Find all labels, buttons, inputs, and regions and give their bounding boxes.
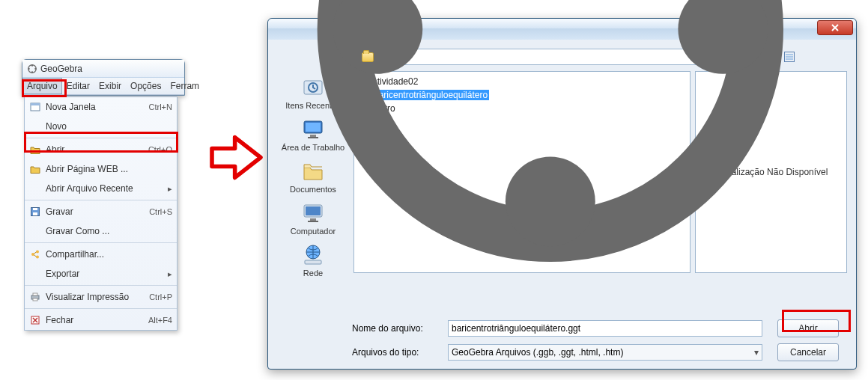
menu-item-gravar-como[interactable]: Gravar Como ... xyxy=(25,221,177,241)
svg-rect-8 xyxy=(33,212,37,215)
open-dialog: Abrir Ver em: aula-07 ▾ Itens RecentesÁr… xyxy=(267,18,857,370)
svg-rect-14 xyxy=(33,293,37,295)
filename-label: Nome do arquivo: xyxy=(352,323,442,334)
svg-point-4 xyxy=(31,71,33,73)
svg-point-1 xyxy=(28,67,29,69)
menu-item-abrir-arquivo-recente[interactable]: Abrir Arquivo Recente▸ xyxy=(25,179,177,198)
menu-arquivo[interactable]: Arquivo xyxy=(22,78,62,94)
menu-item-exportar[interactable]: Exportar▸ xyxy=(25,264,177,284)
geogebra-icon xyxy=(27,64,37,74)
share-icon xyxy=(29,248,41,260)
menu-item-label: Abrir Arquivo Recente xyxy=(46,183,163,194)
menu-item-shortcut: ▸ xyxy=(168,184,172,194)
arquivo-dropdown: Nova JanelaCtrl+NNovoAbrir ...Ctrl+OAbri… xyxy=(24,96,177,331)
menu-exibir[interactable]: Exibir xyxy=(94,78,126,94)
menu-item-label: Visualizar Impressão xyxy=(46,292,145,302)
menu-item-abrir[interactable]: Abrir ...Ctrl+O xyxy=(25,140,177,159)
menu-item-shortcut: ▸ xyxy=(168,269,172,279)
svg-point-11 xyxy=(36,251,39,254)
menu-item-shortcut: Alt+F4 xyxy=(148,316,172,325)
menu-item-label: Gravar xyxy=(46,206,145,217)
geogebra-menubar: Arquivo Editar Exibir Opções Ferram xyxy=(22,78,184,95)
save-icon xyxy=(29,206,41,218)
menu-item-fechar[interactable]: FecharAlt+F4 xyxy=(25,310,177,330)
svg-point-12 xyxy=(36,256,39,259)
menu-item-label: Abrir Página WEB ... xyxy=(46,164,168,174)
open-button[interactable]: Abrir xyxy=(777,319,839,337)
close-icon xyxy=(29,314,41,326)
print-icon xyxy=(29,291,41,303)
menu-opcoes[interactable]: Opções xyxy=(126,78,166,94)
geogebra-titlebar: GeoGebra xyxy=(22,60,184,78)
folder-icon xyxy=(29,163,41,175)
menu-item-abrir-p-gina-web[interactable]: Abrir Página WEB ... xyxy=(25,159,177,179)
menu-ferram[interactable]: Ferram xyxy=(166,78,204,94)
geogebra-title: GeoGebra xyxy=(40,64,82,74)
menu-item-label: Nova Janela xyxy=(46,102,145,112)
close-icon xyxy=(831,23,840,32)
geogebra-window: GeoGebra Arquivo Editar Exibir Opções Fe… xyxy=(22,59,185,96)
chevron-down-icon: ▾ xyxy=(754,347,759,358)
svg-rect-6 xyxy=(31,103,40,105)
blank-icon xyxy=(29,268,41,280)
svg-point-2 xyxy=(34,67,36,69)
menu-item-label: Abrir ... xyxy=(46,144,144,155)
menu-item-label: Compartilhar... xyxy=(46,249,168,260)
menu-item-nova-janela[interactable]: Nova JanelaCtrl+N xyxy=(25,97,177,117)
cancel-button[interactable]: Cancelar xyxy=(777,343,839,361)
svg-rect-9 xyxy=(33,208,37,210)
menu-item-visualizar-impress-o[interactable]: Visualizar ImpressãoCtrl+P xyxy=(25,287,177,307)
filetype-label: Arquivos do tipo: xyxy=(352,347,442,358)
open-dialog-titlebar: Abrir xyxy=(268,19,856,40)
menu-editar[interactable]: Editar xyxy=(62,78,94,94)
geogebra-icon xyxy=(274,0,827,305)
menu-item-label: Gravar Como ... xyxy=(46,226,168,236)
menu-item-shortcut: Ctrl+S xyxy=(149,207,172,216)
blank-icon xyxy=(29,183,41,194)
menu-item-novo[interactable]: Novo xyxy=(25,117,177,136)
filetype-combo[interactable]: GeoGebra Arquivos (.ggb, .ggt, .html, .h… xyxy=(448,344,762,361)
blank-icon xyxy=(29,225,41,237)
menu-item-label: Novo xyxy=(46,121,168,132)
folder-icon xyxy=(362,52,374,62)
menu-item-label: Fechar xyxy=(46,315,144,325)
arrow-right-icon xyxy=(208,133,264,182)
blank-icon xyxy=(29,120,41,132)
folder-icon xyxy=(29,144,41,156)
filetype-value: GeoGebra Arquivos (.ggb, .ggt, .html, .h… xyxy=(452,347,623,358)
svg-point-3 xyxy=(31,64,33,66)
menu-item-shortcut: Ctrl+O xyxy=(148,145,172,154)
svg-point-21 xyxy=(506,157,595,247)
menu-item-shortcut: Ctrl+P xyxy=(149,292,172,301)
close-button[interactable] xyxy=(817,20,853,35)
svg-rect-15 xyxy=(33,298,37,301)
window-icon xyxy=(29,101,41,113)
menu-item-label: Exportar xyxy=(46,269,163,279)
filename-input[interactable] xyxy=(448,320,762,337)
menu-item-compartilhar[interactable]: Compartilhar... xyxy=(25,245,177,264)
menu-item-gravar[interactable]: GravarCtrl+S xyxy=(25,202,177,221)
menu-item-shortcut: Ctrl+N xyxy=(149,102,172,111)
